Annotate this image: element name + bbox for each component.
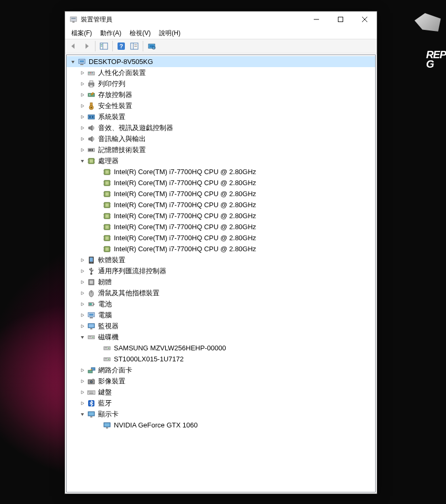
tree-device[interactable]: Intel(R) Core(TM) i7-7700HQ CPU @ 2.80GH…: [67, 221, 375, 232]
svg-rect-142: [88, 370, 92, 373]
titlebar[interactable]: 裝置管理員: [65, 12, 377, 27]
expander-icon[interactable]: [78, 124, 87, 132]
tree-category[interactable]: 音效、視訊及遊戯控制器: [67, 122, 375, 133]
tree-category[interactable]: 安全性裝置: [67, 100, 375, 111]
tree-device[interactable]: NVIDIA GeForce GTX 1060: [67, 420, 375, 431]
memory-icon: [87, 145, 96, 155]
svg-rect-150: [89, 391, 90, 392]
expander-icon[interactable]: [78, 333, 87, 341]
svg-rect-41: [92, 149, 93, 151]
tree-category[interactable]: 處理器: [67, 155, 375, 166]
expander-icon[interactable]: [78, 256, 87, 264]
tree-category[interactable]: 韌體: [67, 276, 375, 287]
tree-category[interactable]: 顯示卡: [67, 409, 375, 420]
device-tree[interactable]: DESKTOP-8V505KG 人性化介面裝置 列印佇列 存放控制器 安全性裝置…: [66, 55, 376, 492]
forward-button[interactable]: [80, 40, 93, 52]
audio-io-icon: [87, 134, 96, 144]
disk-icon: [102, 344, 112, 353]
tree-device[interactable]: ST1000LX015-1U7172: [67, 353, 375, 364]
tree-category[interactable]: 列印佇列: [67, 78, 375, 89]
expander-icon[interactable]: [78, 366, 87, 374]
tree-device[interactable]: Intel(R) Core(TM) i7-7700HQ CPU @ 2.80GH…: [67, 232, 375, 243]
svg-rect-10: [101, 46, 102, 47]
tree-device[interactable]: Intel(R) Core(TM) i7-7700HQ CPU @ 2.80GH…: [67, 177, 375, 188]
menu-view[interactable]: 檢視(V): [125, 28, 155, 39]
properties-button[interactable]: [128, 40, 141, 52]
monitor-icon: [87, 321, 96, 331]
tree-category[interactable]: 存放控制器: [67, 89, 375, 100]
svg-point-31: [89, 94, 90, 95]
expander-icon[interactable]: [78, 311, 87, 319]
svg-rect-149: [88, 391, 95, 394]
svg-rect-161: [106, 427, 108, 428]
tree-category[interactable]: 電池: [67, 298, 375, 309]
tree-category[interactable]: 鍵盤: [67, 387, 375, 398]
tree-category[interactable]: 監視器: [67, 320, 375, 331]
mouse-icon: [87, 288, 96, 298]
svg-rect-59: [105, 181, 109, 185]
expander-icon[interactable]: [78, 289, 87, 297]
tree-device[interactable]: SAMSUNG MZVLW256HEHP-00000: [67, 342, 375, 353]
svg-point-140: [108, 359, 109, 360]
expander-icon[interactable]: [78, 278, 87, 286]
tree-device[interactable]: Intel(R) Core(TM) i7-7700HQ CPU @ 2.80GH…: [67, 188, 375, 199]
scan-hardware-button[interactable]: [145, 40, 158, 52]
tree-device[interactable]: Intel(R) Core(TM) i7-7700HQ CPU @ 2.80GH…: [67, 243, 375, 254]
node-label: Intel(R) Core(TM) i7-7700HQ CPU @ 2.80GH…: [114, 234, 256, 242]
svg-rect-152: [91, 391, 92, 392]
menu-file[interactable]: 檔案(F): [67, 28, 96, 39]
tree-category[interactable]: 系統裝置: [67, 111, 375, 122]
tree-category[interactable]: 滑鼠及其他指標裝置: [67, 287, 375, 298]
software-icon: [87, 255, 96, 265]
tree-category[interactable]: 記憶體技術裝置: [67, 144, 375, 155]
expander-icon[interactable]: [78, 300, 87, 308]
expander-icon[interactable]: [78, 135, 87, 143]
expander-icon[interactable]: [78, 410, 87, 419]
tree-category[interactable]: 軟體裝置: [67, 254, 375, 265]
svg-rect-132: [90, 328, 92, 329]
tree-category[interactable]: 音訊輸入與輸出: [67, 133, 375, 144]
expander-icon[interactable]: [78, 102, 87, 110]
tree-root[interactable]: DESKTOP-8V505KG: [67, 56, 375, 67]
expander-icon[interactable]: [78, 322, 87, 330]
tree-category[interactable]: 影像裝置: [67, 376, 375, 387]
tree-device[interactable]: Intel(R) Core(TM) i7-7700HQ CPU @ 2.80GH…: [67, 199, 375, 210]
node-label: ST1000LX015-1U7172: [114, 355, 184, 363]
expander-icon[interactable]: [78, 399, 87, 408]
expander-icon[interactable]: [78, 69, 87, 77]
maximize-button[interactable]: [328, 12, 353, 27]
expander-icon[interactable]: [78, 91, 87, 99]
node-label: 記憶體技術裝置: [98, 145, 146, 155]
node-label: 電腦: [98, 310, 112, 320]
expander-icon[interactable]: [69, 58, 77, 66]
expander-icon[interactable]: [78, 80, 87, 88]
svg-rect-160: [104, 423, 110, 426]
show-hide-console-button[interactable]: [98, 40, 110, 52]
menu-help[interactable]: 說明(H): [155, 28, 185, 39]
help-button[interactable]: ?: [115, 40, 128, 52]
tree-category[interactable]: 通用序列匯流排控制器: [67, 265, 375, 276]
node-label: 系統裝置: [98, 112, 125, 122]
menu-action[interactable]: 動作(A): [96, 28, 125, 39]
tree-category[interactable]: 藍牙: [67, 398, 375, 409]
cpu-icon: [102, 244, 112, 254]
close-button[interactable]: [353, 12, 377, 27]
expander-icon[interactable]: [78, 377, 87, 385]
tree-device[interactable]: Intel(R) Core(TM) i7-7700HQ CPU @ 2.80GH…: [67, 166, 375, 177]
expander-icon[interactable]: [78, 267, 87, 275]
tree-category[interactable]: 磁碟機: [67, 331, 375, 342]
back-button[interactable]: [67, 40, 80, 52]
expander-icon[interactable]: [78, 157, 87, 165]
tree-category[interactable]: 人性化介面裝置: [67, 67, 375, 78]
expander-icon[interactable]: [78, 388, 87, 396]
expander-icon[interactable]: [78, 146, 87, 154]
tree-category[interactable]: 電腦: [67, 309, 375, 320]
tree-device[interactable]: Intel(R) Core(TM) i7-7700HQ CPU @ 2.80GH…: [67, 210, 375, 221]
cpu-icon: [102, 189, 112, 199]
svg-point-116: [91, 262, 92, 263]
computer-icon: [87, 310, 96, 320]
tree-category[interactable]: 網路介面卡: [67, 364, 375, 376]
expander-icon[interactable]: [78, 113, 87, 121]
minimize-button[interactable]: [304, 12, 328, 27]
node-label: Intel(R) Core(TM) i7-7700HQ CPU @ 2.80GH…: [114, 245, 256, 253]
